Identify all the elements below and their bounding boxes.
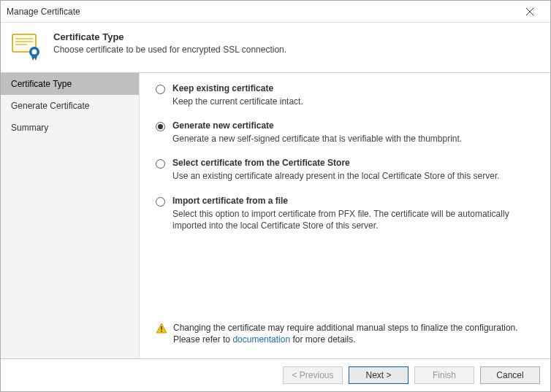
button-label: Finish (433, 370, 456, 380)
sidebar-item-label: Summary (11, 123, 48, 133)
warning-panel: Changing the certificate may require add… (156, 322, 534, 345)
next-button[interactable]: Next > (349, 366, 408, 384)
option-title: Import certificate from a file (172, 196, 534, 206)
option-generate-new[interactable]: Generate new certificate Generate a new … (156, 120, 534, 145)
svg-rect-8 (161, 326, 162, 330)
option-description: Use an existing certificate already pres… (172, 170, 534, 182)
sidebar-item-label: Certificate Type (11, 79, 72, 89)
sidebar-item-generate-certificate[interactable]: Generate Certificate (1, 95, 139, 117)
dialog-window: Manage Certificate Certificate Type Choo… (0, 0, 551, 392)
sidebar: Certificate Type Generate Certificate Su… (1, 73, 140, 358)
radio-icon (156, 85, 165, 94)
header-description: Choose certificate to be used for encryp… (53, 45, 286, 55)
radio-icon (156, 197, 165, 207)
sidebar-item-label: Generate Certificate (11, 101, 89, 111)
options-group: Keep existing certificate Keep the curre… (156, 83, 534, 318)
certificate-icon (11, 30, 43, 62)
option-text: Keep existing certificate Keep the curre… (172, 83, 534, 107)
warning-icon (156, 323, 167, 334)
option-select-store[interactable]: Select certificate from the Certificate … (156, 158, 534, 182)
content: Keep existing certificate Keep the curre… (140, 73, 550, 358)
header-text: Certificate Type Choose certificate to b… (53, 30, 286, 55)
option-import-file[interactable]: Import certificate from a file Select th… (156, 196, 534, 231)
option-text: Import certificate from a file Select th… (172, 196, 534, 231)
header: Certificate Type Choose certificate to b… (1, 23, 550, 73)
option-description: Keep the current certificate intact. (172, 96, 534, 107)
option-description: Select this option to import certificate… (172, 208, 534, 231)
button-label: Next > (365, 370, 391, 380)
option-description: Generate a new self-signed certificate t… (172, 133, 534, 145)
header-title: Certificate Type (53, 31, 286, 42)
body: Certificate Type Generate Certificate Su… (1, 73, 550, 358)
radio-icon (156, 122, 165, 131)
finish-button: Finish (414, 366, 474, 384)
cancel-button[interactable]: Cancel (480, 366, 540, 384)
option-title: Keep existing certificate (172, 83, 534, 93)
option-keep-existing[interactable]: Keep existing certificate Keep the curre… (156, 83, 534, 107)
sidebar-item-summary[interactable]: Summary (1, 117, 139, 139)
radio-icon (156, 159, 165, 169)
option-text: Select certificate from the Certificate … (172, 158, 534, 182)
close-icon (526, 8, 533, 15)
warning-text: Changing the certificate may require add… (173, 322, 527, 345)
window-title: Manage Certificate (7, 7, 515, 17)
previous-button: < Previous (283, 366, 343, 384)
option-title: Select certificate from the Certificate … (172, 158, 534, 168)
titlebar: Manage Certificate (1, 1, 550, 23)
button-label: Cancel (496, 370, 523, 380)
option-text: Generate new certificate Generate a new … (172, 120, 534, 145)
option-title: Generate new certificate (172, 120, 534, 131)
footer: < Previous Next > Finish Cancel (1, 358, 550, 391)
button-label: < Previous (292, 370, 333, 380)
documentation-link[interactable]: documentation (232, 334, 290, 345)
warning-text-after: for more details. (292, 334, 355, 345)
svg-rect-9 (161, 331, 162, 332)
svg-point-7 (32, 50, 37, 55)
sidebar-item-certificate-type[interactable]: Certificate Type (1, 73, 139, 95)
close-button[interactable] (515, 1, 544, 22)
